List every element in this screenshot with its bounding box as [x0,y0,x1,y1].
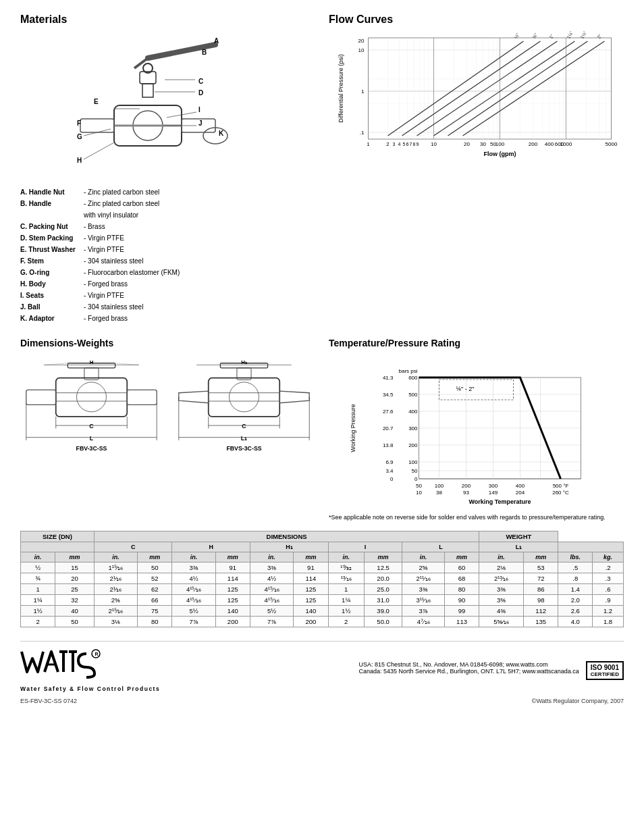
table-cell: 1½ [21,606,55,617]
svg-text:1½": 1½" [579,31,587,40]
svg-text:400: 400 [516,483,525,489]
col-h1-mm: mm [294,552,329,563]
table-sub-l1: L₁ [479,542,558,552]
svg-text:1000: 1000 [560,141,572,147]
material-label-c: C. Packing Nut [20,221,81,232]
table-cell: 66 [137,595,172,606]
dimensions-title: Dimensions-Weights [20,338,315,348]
table-cell: 90 [444,595,479,606]
table-cell: 99 [444,606,479,617]
svg-text:10: 10 [431,141,437,147]
svg-line-66 [402,41,541,136]
table-cell: ¹⁹⁄₃₂ [328,563,364,573]
flow-curves-title: Flow Curves [329,14,624,26]
table-sub-i: I [328,542,402,552]
svg-text:R: R [95,652,98,656]
svg-text:8: 8 [413,142,416,147]
col-l1-in: in. [479,552,524,563]
svg-text:3: 3 [393,142,396,147]
svg-marker-129 [279,391,309,403]
watts-logo-svg: R [20,648,101,679]
middle-section: Dimensions-Weights H [20,338,624,521]
svg-text:I: I [198,106,200,113]
material-label-d: D. Stem Packing [20,232,81,244]
table-cell: 5⅝⁄₁₆ [479,617,524,627]
table-cell: 25.0 [364,584,402,595]
svg-text:50: 50 [412,468,418,474]
table-cell: 125 [294,584,329,595]
table-cell: 80 [137,617,172,627]
table-cell: 2¹¹⁄₁₆ [402,573,444,584]
table-cell: 2 [21,617,55,627]
table-cell: 3⅜ [250,563,294,573]
col-l1-mm: mm [523,552,558,563]
svg-text:300: 300 [408,425,418,432]
col-mm: mm [55,552,95,563]
material-value-h: - Forged brass [84,278,128,290]
col-c-mm: mm [137,552,172,563]
material-label-b: B. Handle [20,198,81,209]
svg-text:2": 2" [596,33,603,39]
table-cell: 20.0 [364,573,402,584]
table-cell: 53 [523,563,558,573]
material-value-a: - Zinc plated carbon steel [84,186,159,198]
table-cell: 112 [523,606,558,617]
table-cell: ¾ [21,573,55,584]
table-cell: 114 [294,573,329,584]
col-in: in. [21,552,55,563]
svg-text:J: J [198,120,203,127]
material-value-g: - Fluorocarbon elastomer (FKM) [84,267,180,278]
svg-text:6: 6 [406,142,409,147]
svg-text:2: 2 [386,141,390,147]
col-h-mm: mm [215,552,250,563]
table-cell: 62 [137,584,172,595]
table-cell: 2¹³⁄₁₆ [479,573,524,584]
table-cell: 1.8 [593,617,624,627]
table-cell: 80 [444,584,479,595]
table-cell: 50 [55,617,95,627]
dimensions-section: Dimensions-Weights H [20,338,315,521]
table-cell: 2 [328,617,364,627]
table-cell: 4¹⁵⁄₁₆ [172,584,215,595]
svg-text:L₁: L₁ [241,435,247,442]
table-cell: 1¼ [21,595,55,606]
svg-text:13.8: 13.8 [383,442,394,448]
address-canada: Canada: 5435 North Service Rd., Burlingt… [358,668,579,675]
col-h-in: in. [172,552,215,563]
svg-text:K: K [219,130,224,137]
svg-line-1 [134,58,148,68]
table-cell: 2¹⁄₁₆ [94,573,137,584]
table-cell: 91 [294,563,329,573]
material-value-c: - Brass [84,221,105,232]
material-label-j: J. Ball [20,301,81,313]
table-cell: 98 [523,595,558,606]
fbv-diagram: H C [20,354,163,460]
svg-text:F: F [77,120,81,127]
svg-text:500 °F: 500 °F [553,483,569,489]
table-cell: 114 [215,573,250,584]
material-label-k: K. Adaptor [20,313,81,324]
fbvs-diagram: H₁ C [173,354,315,460]
footer: R Water Safety & Flow Control Products U… [20,641,624,692]
valve-diagram-svg: A B C D [67,31,269,180]
part-number: ES-FBV-3C-SS 0742 [20,698,77,704]
svg-line-22 [84,142,114,159]
svg-rect-109 [56,393,128,401]
table-cell: 32 [55,595,95,606]
material-label-f: F. Stem [20,255,81,267]
col-h1-in: in. [250,552,294,563]
svg-text:H₁: H₁ [241,359,248,365]
table-cell: .8 [558,573,593,584]
svg-text:E: E [94,98,99,105]
svg-text:100: 100 [435,483,444,489]
svg-text:30: 30 [480,141,486,147]
temp-pressure-svg: Working Pressure bars psi 41.3 600 [329,354,624,509]
svg-text:10: 10 [358,47,365,53]
table-cell: 50 [137,563,172,573]
table-cell: 60 [444,563,479,573]
svg-line-65 [388,41,524,136]
table-cell: 3⅜ [479,584,524,595]
flow-curves-section: Flow Curves [329,14,624,324]
table-cell: 40 [55,606,95,617]
table-header-dimensions: DIMENSIONS [94,531,479,542]
